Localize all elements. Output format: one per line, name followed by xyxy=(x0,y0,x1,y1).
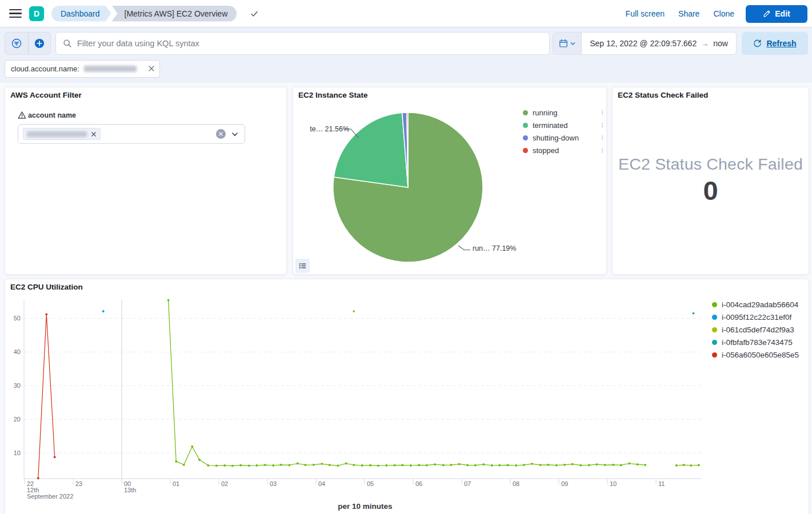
x-axis-tick-label: 06 xyxy=(415,480,422,487)
pie-legend-item-terminated[interactable]: terminated⁝ xyxy=(523,119,603,131)
warning-icon xyxy=(18,111,26,119)
chevron-down-icon xyxy=(570,41,575,46)
dashboard-app-badge[interactable]: D xyxy=(29,6,44,21)
cpu-legend-item-i-061cd5def74d2f9a3[interactable]: i-061cd5def74d2f9a3 xyxy=(712,323,799,336)
legend-label: terminated xyxy=(533,121,567,130)
x-axis-title: per 10 minutes xyxy=(5,502,725,511)
legend-toggle-icon[interactable] xyxy=(295,259,310,273)
refresh-icon xyxy=(753,39,762,48)
cpu-legend-item-i-004cad29adab56604[interactable]: i-004cad29adab56604 xyxy=(712,298,799,311)
query-toolbar: Sep 12, 2022 @ 22:09:57.662 → now Refres… xyxy=(0,27,812,83)
remove-filter-icon[interactable] xyxy=(148,65,155,72)
calendar-icon[interactable] xyxy=(553,33,582,54)
add-filter-icon[interactable] xyxy=(28,33,51,54)
account-name-combobox[interactable] xyxy=(18,124,245,144)
line-series-i-004cad29adab56604[interactable] xyxy=(677,465,699,465)
cpu-legend-item-i-0095f12c22c31ef0f[interactable]: i-0095f12c22c31ef0f xyxy=(712,311,799,323)
kql-search-bar xyxy=(55,32,550,55)
clone-button[interactable]: Clone xyxy=(706,9,741,18)
cpu-utilization-line-chart[interactable]: 10203040502212thSeptember 2022230013th01… xyxy=(5,279,810,514)
cpu-legend-item-i-056a6050e605e85e5[interactable]: i-056a6050e605e85e5 xyxy=(712,348,799,361)
metric-label: EC2 Status Check Failed xyxy=(618,155,803,174)
legend-color-dot xyxy=(523,135,528,140)
saved-query-filter-icon[interactable] xyxy=(5,33,28,54)
breadcrumb-dashboard[interactable]: Dashboard xyxy=(51,6,111,22)
x-axis-tick-label: 05 xyxy=(367,480,374,487)
date-range-arrow: → xyxy=(701,39,709,48)
x-axis-date-label: 13th xyxy=(124,487,136,493)
legend-options-icon[interactable]: ⁝ xyxy=(601,147,603,153)
y-axis-tick-label: 20 xyxy=(14,416,21,423)
legend-color-dot xyxy=(523,123,528,128)
legend-options-icon[interactable]: ⁝ xyxy=(601,135,603,140)
query-menu-group xyxy=(5,32,51,55)
panel-aws-account-filter: AWS Account Filter account name xyxy=(5,87,287,275)
search-icon xyxy=(63,39,72,48)
pie-label-running: run… 77.19% xyxy=(473,244,516,252)
breadcrumb-current-dashboard[interactable]: [Metrics AWS] EC2 Overview xyxy=(112,6,237,22)
menu-hamburger-icon[interactable] xyxy=(9,9,22,18)
y-axis-tick-label: 40 xyxy=(14,348,21,355)
legend-label: i-004cad29adab56604 xyxy=(722,300,798,309)
panel-ec2-instance-state: EC2 Instance State te… 21.56% run… 77.19… xyxy=(293,87,607,275)
refresh-button[interactable]: Refresh xyxy=(742,32,808,55)
pie-legend-item-shutting-down[interactable]: shutting-down⁝ xyxy=(523,131,603,144)
legend-color-dot xyxy=(712,327,717,332)
full-screen-button[interactable]: Full screen xyxy=(619,9,671,18)
date-range-picker: Sep 12, 2022 @ 22:09:57.662 → now xyxy=(553,32,737,55)
legend-color-dot xyxy=(523,110,528,115)
account-name-field-label: account name xyxy=(18,111,76,119)
x-axis-tick-label: 08 xyxy=(513,480,519,487)
pie-slice-terminated[interactable] xyxy=(334,113,408,187)
date-range-start[interactable]: Sep 12, 2022 @ 22:09:57.662 xyxy=(590,39,697,48)
cpu-legend-item-i-0fbfafb783e743475[interactable]: i-0fbfafb783e743475 xyxy=(712,336,799,348)
x-axis-date-label: September 2022 xyxy=(27,493,73,500)
y-axis-tick-label: 30 xyxy=(14,382,21,389)
legend-label: i-0fbfafb783e743475 xyxy=(722,338,793,347)
filter-pill-cloud-account-name[interactable]: cloud.account.name: xyxy=(5,60,160,78)
legend-options-icon[interactable]: ⁝ xyxy=(601,122,603,128)
x-axis-tick-label: 09 xyxy=(561,480,568,487)
pie-legend-item-stopped[interactable]: stopped⁝ xyxy=(523,144,603,156)
legend-label: i-061cd5def74d2f9a3 xyxy=(722,326,794,334)
x-axis-tick-label: 23 xyxy=(75,480,82,487)
x-axis-tick-label: 07 xyxy=(464,480,471,487)
legend-label: i-056a6050e605e85e5 xyxy=(722,351,799,359)
legend-color-dot xyxy=(523,148,528,153)
remove-token-icon[interactable] xyxy=(91,131,97,137)
legend-label: running xyxy=(533,109,557,117)
line-series-i-004cad29adab56604[interactable] xyxy=(169,300,646,466)
x-axis-tick-label: 02 xyxy=(221,480,228,487)
clear-selection-icon[interactable] xyxy=(216,129,226,139)
x-axis-tick-label: 11 xyxy=(658,480,665,487)
cpu-chart-legend: i-004cad29adab56604i-0095f12c22c31ef0fi-… xyxy=(712,298,799,361)
x-axis-tick-label: 04 xyxy=(318,480,325,487)
line-series-i-056a6050e605e85e5[interactable] xyxy=(38,314,55,478)
pie-legend-item-running[interactable]: running⁝ xyxy=(523,106,603,119)
status-check-metric: EC2 Status Check Failed 0 xyxy=(613,155,809,206)
breadcrumb: Dashboard [Metrics AWS] EC2 Overview xyxy=(51,6,237,22)
selected-account-token[interactable] xyxy=(23,128,101,140)
x-axis-tick-label: 01 xyxy=(173,480,179,487)
panel-title[interactable]: EC2 Status Check Failed xyxy=(618,91,708,99)
metric-value: 0 xyxy=(703,175,718,206)
panel-ec2-status-check-failed: EC2 Status Check Failed EC2 Status Check… xyxy=(612,87,809,275)
saved-check-icon xyxy=(250,9,259,18)
legend-label: stopped xyxy=(533,146,559,155)
legend-options-icon[interactable]: ⁝ xyxy=(601,110,603,115)
redacted-account-name xyxy=(27,131,87,137)
pencil-icon xyxy=(763,10,771,18)
top-navigation-bar: D Dashboard [Metrics AWS] EC2 Overview F… xyxy=(0,0,812,27)
legend-color-dot xyxy=(712,315,717,320)
date-range-end[interactable]: now xyxy=(713,39,728,48)
share-button[interactable]: Share xyxy=(671,9,706,18)
y-axis-tick-label: 10 xyxy=(14,449,21,456)
redacted-filter-value xyxy=(84,66,137,72)
edit-button[interactable]: Edit xyxy=(746,5,807,23)
y-axis-tick-label: 50 xyxy=(14,315,21,322)
panel-title[interactable]: AWS Account Filter xyxy=(10,91,82,99)
x-axis-tick-label: 03 xyxy=(270,480,277,487)
combobox-chevron-down-icon[interactable] xyxy=(231,130,239,138)
kql-search-input[interactable] xyxy=(77,39,542,48)
pie-label-terminated: te… 21.56% xyxy=(308,125,349,133)
